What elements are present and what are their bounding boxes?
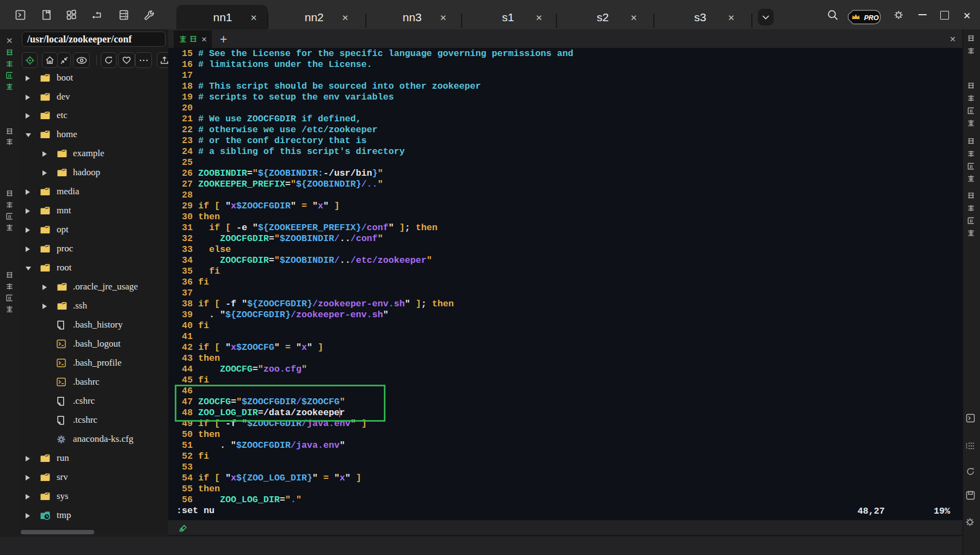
svg-text:PRO: PRO <box>864 14 879 22</box>
